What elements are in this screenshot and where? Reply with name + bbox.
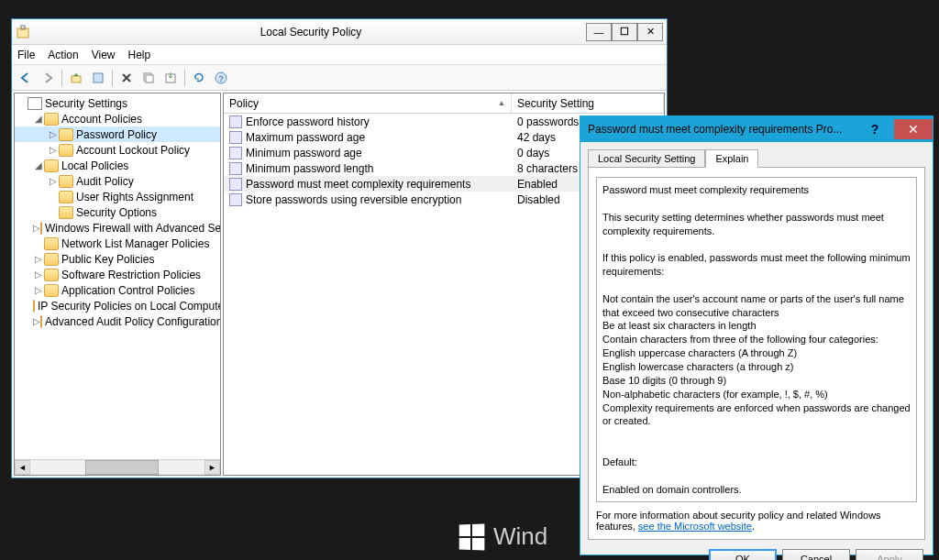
explain-footer: For more information about security poli…: [596, 510, 917, 532]
expander-icon[interactable]: ▷: [33, 285, 44, 295]
list-header: Policy ▲ Security Setting: [224, 93, 664, 114]
expander-icon[interactable]: ◢: [33, 114, 44, 124]
policy-icon: [229, 178, 242, 191]
properties-button[interactable]: [88, 68, 108, 88]
titlebar[interactable]: Local Security Policy — ☐ ✕: [12, 19, 667, 45]
tree-item[interactable]: User Rights Assignment: [15, 189, 220, 204]
expander-icon[interactable]: ▷: [33, 269, 44, 280]
tree-item[interactable]: ▷Application Control Policies: [15, 282, 220, 298]
tree-label: Account Policies: [61, 113, 142, 126]
tree-item[interactable]: ▷Software Restriction Policies: [15, 267, 220, 282]
tree-item[interactable]: Security Options: [15, 204, 220, 220]
close-button[interactable]: ✕: [637, 23, 663, 41]
tree-label: Security Settings: [45, 97, 127, 110]
expander-icon[interactable]: ▷: [48, 129, 59, 139]
tree-item[interactable]: ◢Account Policies: [15, 111, 220, 126]
windows-watermark: Wind: [458, 522, 547, 551]
scroll-thumb[interactable]: [85, 460, 159, 475]
delete-button[interactable]: [116, 68, 137, 88]
folder-icon: [59, 175, 73, 188]
folder-icon: [44, 269, 59, 281]
tab-explain[interactable]: Explain: [705, 149, 758, 168]
tree-item[interactable]: IP Security Policies on Local Computer: [15, 298, 220, 313]
tree-item[interactable]: ◢Local Policies: [15, 158, 220, 173]
minimize-button[interactable]: —: [586, 23, 612, 41]
policy-setting: 0 days: [517, 147, 549, 159]
expander-icon[interactable]: ▷: [48, 145, 59, 155]
scroll-right-button[interactable]: ►: [204, 460, 220, 475]
folder-icon: [40, 222, 42, 235]
properties-dialog: Password must meet complexity requiremen…: [580, 115, 933, 555]
maximize-button[interactable]: ☐: [612, 23, 637, 41]
dialog-tabs: Local Security Setting Explain: [588, 149, 925, 168]
expander-icon[interactable]: ▷: [33, 223, 40, 233]
horizontal-scrollbar[interactable]: ◄ ►: [15, 459, 220, 475]
tree-label: Audit Policy: [76, 175, 134, 188]
toolbar-separator: [112, 70, 113, 86]
column-label-policy: Policy: [229, 97, 259, 110]
tree-item[interactable]: ▷Audit Policy: [15, 173, 220, 189]
cancel-button[interactable]: Cancel: [782, 549, 850, 560]
dialog-close-button[interactable]: ✕: [894, 119, 933, 139]
ok-button[interactable]: OK: [709, 549, 777, 560]
tree-label: Public Key Policies: [61, 253, 154, 266]
tree-label: Local Policies: [61, 159, 128, 172]
menu-view[interactable]: View: [92, 49, 116, 61]
tree-item[interactable]: ▷Password Policy: [15, 126, 220, 142]
dialog-help-button[interactable]: ?: [856, 119, 894, 139]
folder-icon: [59, 128, 73, 141]
tree-item[interactable]: Network List Manager Policies: [15, 236, 220, 251]
menu-file[interactable]: File: [17, 49, 35, 61]
toolbar-separator: [184, 70, 185, 86]
policy-setting: 8 characters: [517, 162, 578, 175]
folder-icon: [59, 206, 73, 219]
svg-text:?: ?: [218, 74, 223, 83]
tree-pane[interactable]: Security Settings◢Account Policies▷Passw…: [14, 93, 221, 476]
dialog-titlebar[interactable]: Password must meet complexity requiremen…: [580, 116, 933, 142]
forward-button[interactable]: [38, 68, 58, 88]
tree-item[interactable]: ▷Advanced Audit Policy Configuration: [15, 313, 220, 329]
svg-rect-2: [72, 76, 81, 82]
expander-icon[interactable]: ▷: [48, 176, 59, 186]
column-header-policy[interactable]: Policy ▲: [224, 93, 512, 113]
local-security-policy-window: Local Security Policy — ☐ ✕ File Action …: [11, 18, 668, 478]
refresh-button[interactable]: [189, 68, 209, 88]
folder-icon: [40, 315, 42, 328]
policy-setting: 42 days: [517, 131, 556, 144]
windows-logo-icon: [459, 523, 485, 550]
column-label-setting: Security Setting: [517, 97, 594, 110]
scroll-left-button[interactable]: ◄: [15, 460, 30, 475]
policy-setting: Enabled: [517, 178, 558, 191]
policy-icon: [229, 147, 242, 159]
tree-root[interactable]: Security Settings: [15, 95, 220, 111]
export-button[interactable]: [160, 68, 181, 88]
tree-item[interactable]: ▷Windows Firewall with Advanced Security: [15, 220, 220, 236]
dialog-title: Password must meet complexity requiremen…: [588, 123, 856, 136]
tab-local-security-setting[interactable]: Local Security Setting: [588, 149, 705, 168]
column-header-setting[interactable]: Security Setting: [512, 93, 664, 113]
expander-icon[interactable]: ◢: [33, 160, 44, 170]
tree-item[interactable]: ▷Account Lockout Policy: [15, 142, 220, 158]
copy-button[interactable]: [138, 68, 159, 88]
window-title: Local Security Policy: [36, 26, 586, 38]
back-button[interactable]: [16, 68, 36, 88]
folder-icon: [44, 237, 59, 250]
tab-panel-explain: Password must meet complexity requiremen…: [588, 167, 925, 540]
tree-item[interactable]: ▷Public Key Policies: [15, 251, 220, 267]
tree-label: Account Lockout Policy: [76, 144, 190, 157]
help-button[interactable]: ?: [211, 68, 231, 88]
apply-button[interactable]: Apply: [856, 549, 923, 560]
menubar: File Action View Help: [12, 45, 667, 65]
menu-action[interactable]: Action: [48, 49, 78, 61]
expander-icon[interactable]: ▷: [33, 254, 44, 264]
up-button[interactable]: [66, 68, 86, 88]
folder-icon: [44, 284, 59, 297]
policy-icon: [229, 131, 242, 144]
policy-icon: [229, 193, 242, 206]
toolbar-separator: [61, 70, 62, 86]
microsoft-website-link[interactable]: see the Microsoft website: [638, 521, 752, 532]
folder-icon: [59, 191, 73, 203]
expander-icon[interactable]: ▷: [33, 316, 40, 326]
explain-textarea[interactable]: Password must meet complexity requiremen…: [596, 177, 917, 502]
menu-help[interactable]: Help: [128, 49, 151, 61]
